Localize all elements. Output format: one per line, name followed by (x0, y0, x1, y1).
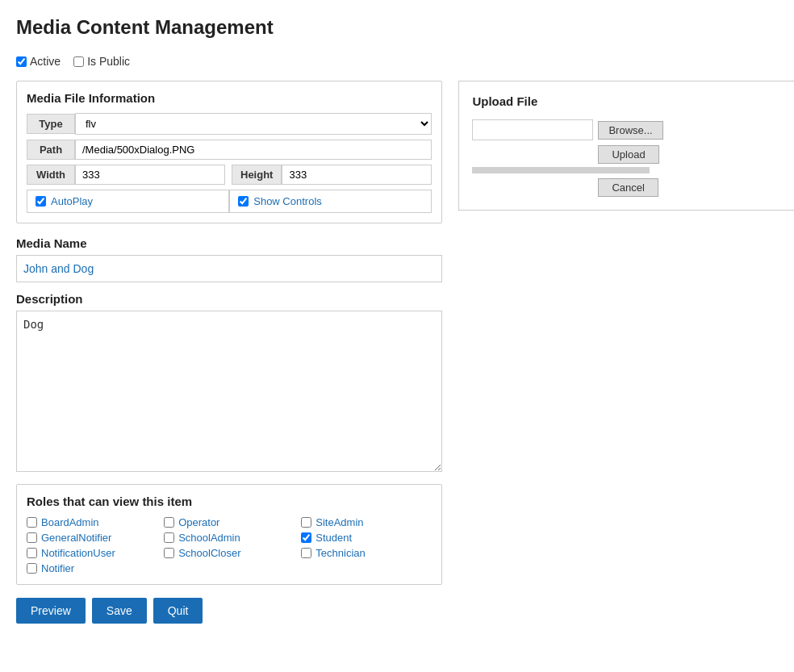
media-name-input[interactable] (16, 255, 442, 282)
role-label-schoolcloser: SchoolCloser (178, 547, 240, 559)
role-checkbox-operator[interactable] (164, 517, 174, 528)
role-item-boardadmin: BoardAdmin (27, 516, 157, 528)
browse-button[interactable]: Browse... (598, 121, 662, 140)
role-label-operator: Operator (178, 516, 219, 528)
role-item-notifier: Notifier (27, 562, 157, 574)
upload-progress-bar (472, 167, 650, 173)
role-item-schooladmin: SchoolAdmin (164, 532, 295, 544)
is-public-checkbox[interactable] (73, 56, 84, 67)
role-item-technician: Technician (301, 547, 432, 559)
role-label-technician: Technician (316, 547, 365, 559)
role-checkbox-boardadmin[interactable] (27, 517, 37, 528)
role-label-siteadmin: SiteAdmin (316, 516, 363, 528)
active-label: Active (30, 55, 61, 68)
page-title: Media Content Management (16, 16, 778, 39)
upload-button[interactable]: Upload (598, 145, 658, 164)
role-checkbox-schooladmin[interactable] (164, 532, 174, 543)
autoplay-cell: AutoPlay (27, 190, 229, 213)
role-checkbox-student[interactable] (301, 532, 311, 543)
height-input[interactable] (282, 165, 432, 185)
cancel-button[interactable]: Cancel (598, 178, 658, 197)
description-title: Description (16, 292, 442, 306)
role-item-generalnotifier: GeneralNotifier (27, 532, 157, 544)
is-public-checkbox-label[interactable]: Is Public (73, 55, 130, 68)
role-item-notificationuser: NotificationUser (27, 547, 157, 559)
role-label-boardadmin: BoardAdmin (41, 516, 99, 528)
action-buttons: Preview Save Quit (16, 598, 442, 624)
upload-section: Upload File Browse... Upload Cancel (458, 81, 794, 211)
upload-file-input[interactable] (472, 119, 593, 140)
upload-title: Upload File (472, 94, 794, 108)
roles-grid: BoardAdmin Operator SiteAdmin GeneralNot… (27, 516, 432, 574)
active-checkbox[interactable] (16, 56, 27, 67)
role-label-notifier: Notifier (41, 562, 74, 574)
type-select[interactable]: flv mp4 mp3 swf image (75, 113, 432, 135)
path-input[interactable] (75, 140, 432, 160)
path-label: Path (27, 140, 75, 160)
type-label: Type (27, 114, 75, 134)
autoplay-checkbox[interactable] (36, 196, 46, 207)
show-controls-label: Show Controls (253, 195, 322, 207)
media-name-title: Media Name (16, 236, 442, 250)
role-checkbox-technician[interactable] (301, 548, 311, 558)
role-label-student: Student (316, 532, 352, 544)
height-label: Height (232, 165, 282, 185)
width-label: Width (27, 165, 75, 185)
role-checkbox-schoolcloser[interactable] (164, 548, 174, 558)
show-controls-cell: Show Controls (229, 190, 432, 213)
role-item-operator: Operator (164, 516, 295, 528)
preview-button[interactable]: Preview (16, 598, 86, 624)
width-input[interactable] (75, 165, 225, 185)
active-checkbox-label[interactable]: Active (16, 55, 61, 68)
upload-file-row: Browse... (472, 119, 794, 140)
role-label-notificationuser: NotificationUser (41, 547, 115, 559)
role-checkbox-notificationuser[interactable] (27, 548, 37, 558)
role-item-student: Student (301, 532, 432, 544)
is-public-label: Is Public (87, 55, 130, 68)
autoplay-label: AutoPlay (51, 195, 93, 207)
role-label-generalnotifier: GeneralNotifier (41, 532, 111, 544)
roles-title: Roles that can view this item (27, 495, 432, 508)
show-controls-checkbox[interactable] (238, 196, 249, 207)
quit-button[interactable]: Quit (153, 598, 203, 624)
role-checkbox-generalnotifier[interactable] (27, 532, 37, 543)
role-item-siteadmin: SiteAdmin (301, 516, 432, 528)
role-checkbox-notifier[interactable] (27, 563, 37, 574)
role-label-schooladmin: SchoolAdmin (178, 532, 240, 544)
description-textarea[interactable]: Dog (16, 311, 442, 472)
role-checkbox-siteadmin[interactable] (301, 517, 311, 528)
media-file-info-title: Media File Information (27, 91, 432, 105)
role-item-schoolcloser: SchoolCloser (164, 547, 295, 559)
save-button[interactable]: Save (92, 598, 147, 624)
